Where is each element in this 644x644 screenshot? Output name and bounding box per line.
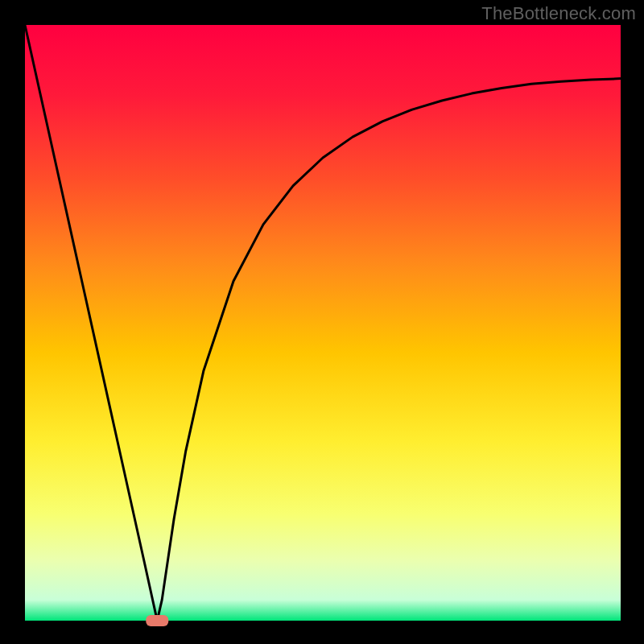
watermark-text: TheBottleneck.com [481, 3, 636, 24]
plot-background [25, 25, 621, 621]
chart-frame: { "watermark": "TheBottleneck.com", "cha… [0, 0, 644, 644]
optimum-marker [146, 615, 168, 626]
plot-svg [0, 0, 644, 644]
